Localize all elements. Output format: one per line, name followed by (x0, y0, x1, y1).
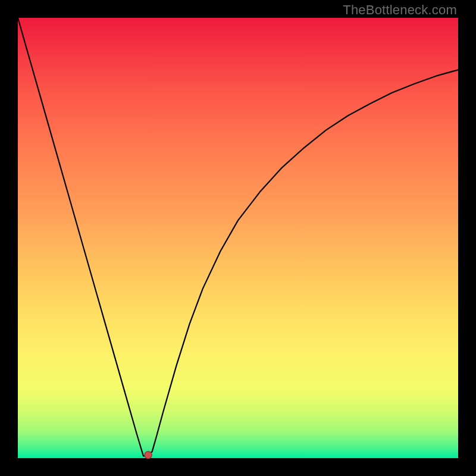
plot-area (18, 18, 458, 458)
watermark-text: TheBottleneck.com (343, 2, 457, 18)
chart-frame: TheBottleneck.com (0, 0, 476, 476)
chart-curve (18, 18, 458, 456)
chart-curve-svg (18, 18, 458, 458)
chart-marker-dot (145, 452, 152, 459)
